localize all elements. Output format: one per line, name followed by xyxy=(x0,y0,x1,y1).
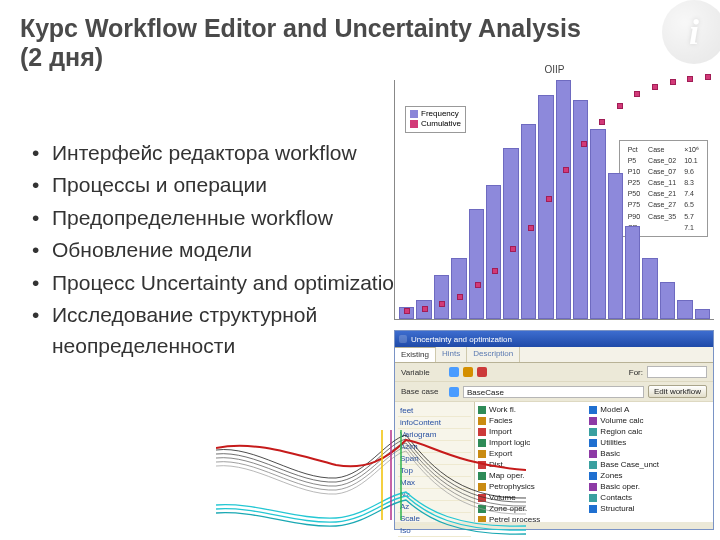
edit-workflow-button[interactable]: Edit workflow xyxy=(648,385,707,398)
operation-icon xyxy=(589,406,597,414)
operation-label: Region calc xyxy=(600,427,642,436)
bullet-item: Интерфейс редактора workflow xyxy=(32,138,412,168)
operation-item[interactable]: Volume calc xyxy=(589,416,700,425)
cumulative-point xyxy=(670,79,676,85)
cumulative-point xyxy=(475,282,481,288)
operation-item[interactable]: Contacts xyxy=(589,493,700,502)
operation-item[interactable]: Structural xyxy=(589,504,700,513)
operation-icon xyxy=(589,461,597,469)
operation-item[interactable]: Utilities xyxy=(589,438,700,447)
cumulative-point xyxy=(422,306,428,312)
operation-icon xyxy=(589,483,597,491)
bullet-item: Обновление модели xyxy=(32,235,412,265)
operation-icon xyxy=(589,417,597,425)
bullet-list: Интерфейс редактора workflow Процессы и … xyxy=(32,138,412,363)
operation-label: Basic oper. xyxy=(600,482,640,491)
operation-icon xyxy=(589,505,597,513)
operation-item[interactable]: Basic oper. xyxy=(589,482,700,491)
toolbar-row: Variable For: xyxy=(395,363,713,382)
arrow-icon[interactable] xyxy=(449,367,459,377)
tab-existing[interactable]: Existing xyxy=(395,347,436,362)
info-watermark-icon: i xyxy=(662,0,720,64)
operation-icon xyxy=(589,450,597,458)
watermark-glyph: i xyxy=(689,11,699,53)
operation-label: Zones xyxy=(600,471,622,480)
cumulative-point xyxy=(634,91,640,97)
chart-title: OIIP xyxy=(395,64,714,75)
bullet-item: Процессы и операции xyxy=(32,170,412,200)
cumulative-point xyxy=(563,167,569,173)
operation-icon xyxy=(589,428,597,436)
delete-icon[interactable] xyxy=(477,367,487,377)
operation-item[interactable]: Region calc xyxy=(589,427,700,436)
window-title: Uncertainty and optimization xyxy=(411,335,512,344)
operation-label: Model A xyxy=(600,405,629,414)
bullet-item: Предопределенные workflow xyxy=(32,203,412,233)
tab-description[interactable]: Description xyxy=(467,347,520,362)
realizations-plot xyxy=(216,410,526,540)
label-variable: Variable xyxy=(401,368,445,377)
operation-item[interactable]: Base Case_unct xyxy=(589,460,700,469)
cumulative-point xyxy=(528,225,534,231)
cumulative-point xyxy=(510,246,516,252)
operation-label: Contacts xyxy=(600,493,632,502)
operation-item[interactable]: Model A xyxy=(589,405,700,414)
arrow-icon[interactable] xyxy=(449,387,459,397)
operation-label: Basic xyxy=(600,449,620,458)
tab-hints[interactable]: Hints xyxy=(436,347,467,362)
operation-item[interactable]: Zones xyxy=(589,471,700,480)
operation-icon xyxy=(589,472,597,480)
cumulative-point xyxy=(617,103,623,109)
cumulative-point xyxy=(581,141,587,147)
operation-label: Volume calc xyxy=(600,416,643,425)
chart-cumulative-points xyxy=(395,80,714,319)
cumulative-point xyxy=(687,76,693,82)
label-basecase: Base case xyxy=(401,387,445,396)
panel-tabs: Existing Hints Description xyxy=(395,347,713,363)
operation-icon xyxy=(589,494,597,502)
cumulative-point xyxy=(457,294,463,300)
bullet-item: Исследование структурной неопределенност… xyxy=(32,300,412,361)
title-line-1: Курс Workflow Editor and Uncertainty Ana… xyxy=(20,14,700,43)
label-for: For: xyxy=(629,368,643,377)
cumulative-point xyxy=(705,74,711,80)
app-icon xyxy=(399,335,407,343)
cumulative-point xyxy=(546,196,552,202)
bullet-item: Процесс Uncertainty and optimization xyxy=(32,268,412,298)
operation-label: Utilities xyxy=(600,438,626,447)
cumulative-point xyxy=(439,301,445,307)
basecase-row: Base case BaseCase Edit workflow xyxy=(395,382,713,402)
basecase-field[interactable]: BaseCase xyxy=(463,386,644,398)
operation-icon xyxy=(589,439,597,447)
window-titlebar: Uncertainty and optimization xyxy=(395,331,713,347)
doc-dropdown[interactable] xyxy=(647,366,707,378)
cumulative-point xyxy=(599,119,605,125)
operation-label: Base Case_unct xyxy=(600,460,659,469)
cumulative-point xyxy=(652,84,658,90)
operation-label: Structural xyxy=(600,504,634,513)
histogram-chart: OIIP Frequency Cumulative Pct Case ×10⁶ … xyxy=(394,80,714,320)
operation-item[interactable]: Basic xyxy=(589,449,700,458)
flag-icon[interactable] xyxy=(463,367,473,377)
cumulative-point xyxy=(492,268,498,274)
cumulative-point xyxy=(404,308,410,314)
